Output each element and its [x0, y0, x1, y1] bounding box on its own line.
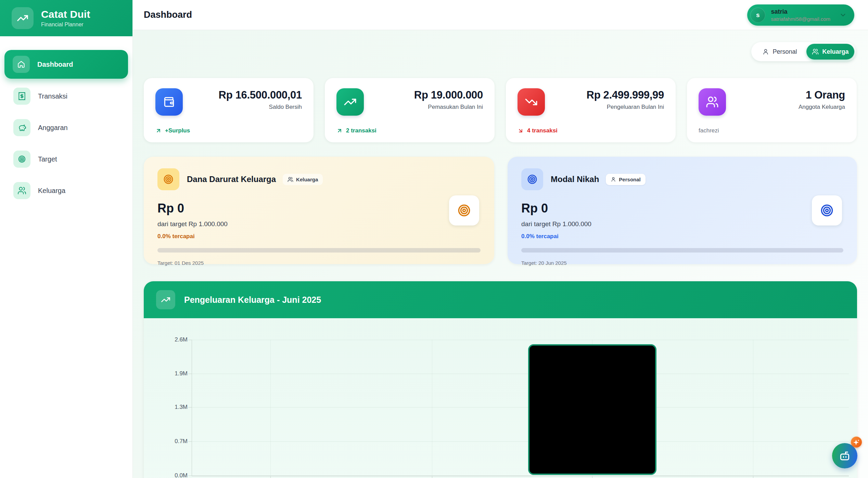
stat-label: Saldo Bersih [183, 104, 302, 111]
user-icon [611, 177, 616, 182]
gridline [192, 441, 849, 442]
user-menu[interactable]: s satria satriafahmi58@gmail.com [747, 4, 854, 26]
app-root: Catat Duit Financial Planner Dashboard T… [0, 0, 868, 478]
stat-label: Anggota Keluarga [726, 104, 845, 111]
y-tick [188, 407, 192, 408]
chart-plot-area: 2.6M 1.9M 1.3M 0.7M 0.0M [144, 318, 857, 478]
sidebar-item-label: Transaksi [38, 92, 67, 100]
user-icon [762, 48, 769, 55]
toggle-personal[interactable]: Personal [753, 44, 806, 60]
stat-label: Pengeluaran Bulan Ini [545, 104, 664, 111]
chart-header: Pengeluaran Keluarga - Juni 2025 [144, 281, 857, 318]
target-card-modal-nikah: Modal Nikah Personal Rp 0 dari target Rp… [508, 157, 857, 264]
stat-label: Pemasukan Bulan Ini [364, 104, 483, 111]
y-tick [188, 476, 192, 476]
expense-chart-card: Pengeluaran Keluarga - Juni 2025 [144, 281, 857, 478]
stat-value: 1 Orang [726, 89, 845, 101]
view-toggle: Personal Keluarga [751, 42, 856, 61]
toggle-label: Keluarga [822, 48, 848, 55]
progress-bar [521, 248, 843, 253]
target-icon [521, 168, 543, 190]
y-tick [188, 441, 192, 442]
sidebar-item-anggaran[interactable]: Anggaran [4, 119, 128, 136]
trending-down-icon [518, 88, 545, 116]
target-amount: Rp 0 [521, 201, 843, 216]
wallet-icon [155, 88, 183, 116]
target-card-dana-darurat: Dana Darurat Keluarga Keluarga Rp 0 dari… [144, 157, 494, 264]
y-tick [188, 374, 192, 374]
target-progress-text: 0.0% tercapai [521, 233, 843, 240]
sidebar-item-label: Keluarga [38, 187, 65, 195]
sidebar-item-dashboard[interactable]: Dashboard [4, 50, 128, 79]
app-logo: Catat Duit Financial Planner [0, 0, 132, 36]
user-email: satriafahmi58@gmail.com [771, 16, 830, 22]
stat-footer: +Surplus [155, 127, 302, 134]
gridline [192, 340, 849, 340]
home-icon [13, 56, 30, 73]
toggle-keluarga[interactable]: Keluarga [806, 44, 854, 60]
users-icon [288, 177, 293, 182]
user-texts: satria satriafahmi58@gmail.com [771, 8, 830, 22]
target-progress-text: 0.0% tercapai [157, 233, 481, 240]
app-name: Catat Duit [41, 9, 90, 20]
avatar: s [750, 8, 765, 23]
x-tick [753, 476, 753, 478]
x-tick [432, 476, 432, 478]
gridline [432, 340, 432, 476]
y-axis-label: 0.7M [150, 438, 188, 445]
target-scope-badge: Personal [606, 174, 645, 185]
x-axis [192, 476, 849, 476]
chevron-down-icon [839, 11, 847, 19]
trending-up-icon [12, 7, 34, 29]
piggy-bank-icon [13, 119, 30, 136]
stat-value: Rp 19.000.000 [364, 89, 483, 101]
sidebar: Catat Duit Financial Planner Dashboard T… [0, 0, 133, 478]
stats-row: Rp 16.500.000,01 Saldo Bersih +Surplus R… [144, 78, 857, 142]
trending-up-icon [156, 290, 175, 309]
users-icon [699, 88, 726, 116]
sidebar-item-target[interactable]: Target [4, 151, 128, 168]
stat-card-anggota: 1 Orang Anggota Keluarga fachrezi [687, 78, 857, 142]
target-deadline: Target: 01 Des 2025 [157, 260, 481, 266]
gridline [270, 340, 271, 476]
sidebar-item-transaksi[interactable]: Transaksi [4, 88, 128, 105]
chart-tooltip-overlay [528, 344, 656, 475]
stat-card-pemasukan: Rp 19.000.000 Pemasukan Bulan Ini 2 tran… [325, 78, 495, 142]
y-axis-label: 1.3M [150, 404, 188, 411]
y-axis-label: 2.6M [150, 336, 188, 343]
robot-icon [838, 449, 852, 463]
y-tick [188, 340, 192, 340]
page-title: Dashboard [144, 10, 192, 20]
target-subtitle: dari target Rp 1.000.000 [521, 220, 843, 228]
stat-card-pengeluaran: Rp 2.499.999,99 Pengeluaran Bulan Ini 4 … [506, 78, 676, 142]
top-bar: Dashboard s satria satriafahmi58@gmail.c… [133, 0, 868, 30]
sidebar-item-label: Anggaran [38, 124, 68, 132]
sidebar-item-keluarga[interactable]: Keluarga [4, 182, 128, 199]
stat-footer: 4 transaksi [518, 127, 664, 134]
gridline [192, 407, 849, 408]
gridline [753, 340, 753, 476]
target-icon [812, 195, 842, 225]
sidebar-nav: Dashboard Transaksi Anggaran Target [0, 36, 132, 199]
stat-footer: 2 transaksi [336, 127, 483, 134]
x-tick [592, 476, 592, 478]
y-axis-label: 1.9M [150, 370, 188, 377]
arrow-up-right-icon [336, 128, 343, 134]
target-icon [449, 195, 479, 225]
target-icon [157, 168, 179, 190]
sidebar-item-label: Dashboard [37, 61, 73, 68]
y-axis-label: 0.0M [150, 472, 188, 478]
target-subtitle: dari target Rp 1.000.000 [157, 220, 481, 228]
app-tagline: Financial Planner [41, 22, 90, 28]
gridline [192, 374, 849, 374]
app-title-block: Catat Duit Financial Planner [41, 9, 90, 28]
sidebar-item-label: Target [38, 155, 57, 163]
x-tick [270, 476, 271, 478]
arrow-down-right-icon [518, 128, 524, 134]
stat-card-saldo: Rp 16.500.000,01 Saldo Bersih +Surplus [144, 78, 314, 142]
user-name: satria [771, 8, 830, 15]
y-axis [192, 340, 192, 476]
stat-footer: fachrezi [699, 127, 845, 134]
progress-bar [157, 248, 481, 253]
target-scope-badge: Keluarga [283, 174, 323, 185]
